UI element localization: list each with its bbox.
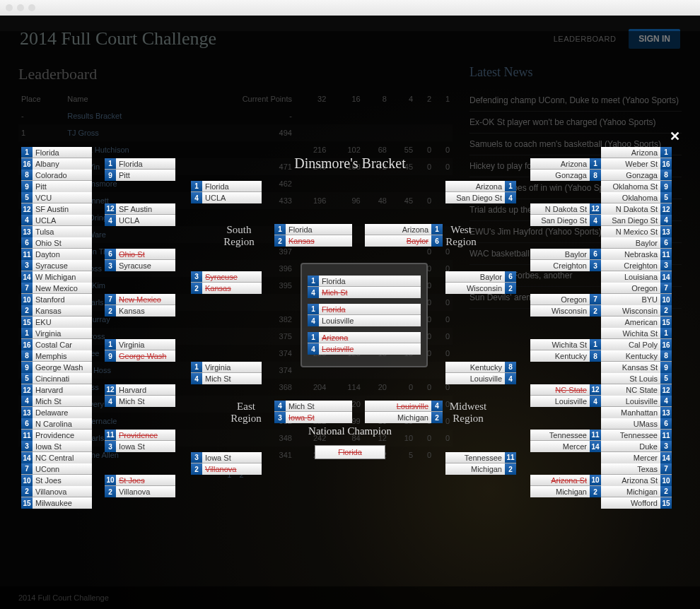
bracket-match[interactable]: 3Syracuse14W Michigan <box>21 260 92 283</box>
champ-label: National Champion <box>308 425 392 437</box>
bracket-match[interactable]: 6Ohio St11Dayton <box>21 237 92 260</box>
champ-pick[interactable]: Florida <box>315 445 385 459</box>
bracket-match[interactable]: 1Florida16Albany <box>21 147 92 170</box>
window-max-dot[interactable] <box>28 4 35 11</box>
bracket-match[interactable]: 1Virginia4Mich St <box>191 362 262 384</box>
bracket-match[interactable]: 7UConn10St Joes <box>21 463 92 486</box>
final-four-box: 1Florida4Mich St1Florida4Louisville1Ariz… <box>301 263 428 367</box>
bracket-match[interactable]: 1Virginia9George Wash <box>105 339 175 362</box>
bracket-match[interactable]: 8Gonzaga9Oklahoma St <box>601 170 672 192</box>
bracket-match[interactable]: 8Kentucky9Kansas St <box>601 350 672 373</box>
bracket-match[interactable]: 6UMass11Tennessee <box>601 418 672 441</box>
bracket-match[interactable]: 6Baylor3Creighton <box>530 249 601 271</box>
window-min-dot[interactable] <box>17 4 24 11</box>
bracket-match[interactable]: 12SF Austin4UCLA <box>105 203 175 226</box>
bracket-match[interactable]: 3Duke14Mercer <box>601 441 672 463</box>
region-label-midwest: MidwestRegion <box>440 401 496 425</box>
bracket-match[interactable]: 7New Mexico10Stanford <box>21 283 92 305</box>
window-chrome <box>0 0 700 16</box>
bracket-match[interactable]: 6N Carolina11Providence <box>21 418 92 441</box>
bracket-match[interactable]: 4UCLA13Tulsa <box>21 215 92 237</box>
bracket-match[interactable]: 12N Dakota St4San Diego St <box>530 203 601 226</box>
bracket-match[interactable]: 1Wichita St16Cal Poly <box>601 328 672 350</box>
bracket-match[interactable]: 4San Diego St13N Mexico St <box>601 215 672 237</box>
bracket-match[interactable]: 1Wichita St8Kentucky <box>530 339 601 362</box>
bracket-match[interactable]: 5Cincinnati12Harvard <box>21 373 92 396</box>
final-four-match[interactable]: 1Florida4Mich St <box>308 276 421 298</box>
bracket-match[interactable]: 1Florida4UCLA <box>191 181 262 203</box>
bracket-match[interactable]: 10Arizona St2Michigan <box>530 475 601 497</box>
bracket-match[interactable]: 1Virginia16Costal Car <box>21 328 92 350</box>
bracket-match[interactable]: 2Villanova15Milwaukee <box>21 486 92 509</box>
bracket-match[interactable]: 1Arizona16Weber St <box>601 147 672 170</box>
bracket-match[interactable]: 3Iowa St2Villanova <box>191 452 262 475</box>
bracket-match[interactable]: 5VCU12SF Austin <box>21 192 92 215</box>
bracket-match[interactable]: 12Harvard4Mich St <box>105 384 175 407</box>
bracket-match[interactable]: 1Arizona6Baylor <box>365 224 443 247</box>
bracket-match[interactable]: 4Louisville2Michigan <box>365 401 443 423</box>
bracket-match[interactable]: 6Baylor2Wisconsin <box>445 271 516 294</box>
bracket-match[interactable]: 3Iowa St14NC Central <box>21 441 92 463</box>
bracket-match[interactable]: 7New Mexico2Kansas <box>105 294 175 317</box>
bracket-match[interactable]: 10St Joes2Villanova <box>105 475 175 497</box>
bracket-match[interactable]: 2Michigan15Wofford <box>601 486 672 509</box>
final-four-match[interactable]: 1Arizona4Louisville <box>308 332 421 355</box>
bracket-match[interactable]: 4Louisville13Manhattan <box>601 396 672 418</box>
bracket-match[interactable]: 7Texas10Arizona St <box>601 463 672 486</box>
region-label-east: EastRegion <box>218 401 274 425</box>
bracket-match[interactable]: 7Oregon2Wisconsin <box>530 294 601 317</box>
bracket-match[interactable]: 1Arizona4San Diego St <box>445 181 516 203</box>
window-close-dot[interactable] <box>6 4 13 11</box>
bracket-match[interactable]: 6Baylor11Nebraska <box>601 237 672 260</box>
bracket-title: Dinsmore's Bracket <box>294 155 405 172</box>
bracket-match[interactable]: 5Oklahoma12N Dakota St <box>601 192 672 215</box>
close-icon[interactable]: ✕ <box>670 129 680 144</box>
bracket-match[interactable]: 12NC State4Louisville <box>530 384 601 407</box>
bracket-match[interactable]: 3Creighton14Louisiana <box>601 260 672 283</box>
bracket-match[interactable]: 1Arizona8Gonzaga <box>530 158 601 181</box>
bracket-match[interactable]: 4Mich St3Iowa St <box>274 401 352 423</box>
bracket-match[interactable]: 8Kentucky4Louisville <box>445 362 516 384</box>
bracket-match[interactable]: 4Mich St13Delaware <box>21 396 92 418</box>
bracket-match[interactable]: 3Syracuse2Kansas <box>191 271 262 294</box>
final-four-match[interactable]: 1Florida4Louisville <box>308 304 421 326</box>
bracket-match[interactable]: 2Kansas15EKU <box>21 305 92 328</box>
bracket-match[interactable]: 8Colorado9Pitt <box>21 170 92 192</box>
bracket-match[interactable]: 11Providence3Iowa St <box>105 430 175 452</box>
bracket-match[interactable]: 11Tennessee2Michigan <box>445 452 516 475</box>
bracket-match[interactable]: 8Memphis9George Wash <box>21 350 92 373</box>
bracket-match[interactable]: 11Tennessee14Mercer <box>530 430 601 452</box>
bracket-modal: Dinsmore's Bracket SouthRegion EastRegio… <box>21 143 679 609</box>
region-label-south: SouthRegion <box>211 224 267 248</box>
bracket-match[interactable]: 6Ohio St3Syracuse <box>105 249 175 271</box>
bracket-match[interactable]: 1Florida9Pitt <box>105 158 175 181</box>
bracket-match[interactable]: 7Oregon10BYU <box>601 283 672 305</box>
bracket-match[interactable]: 2Wisconsin15American <box>601 305 672 328</box>
bracket-match[interactable]: 1Florida2Kansas <box>274 224 352 247</box>
bracket-match[interactable]: 5St Louis12NC State <box>601 373 672 396</box>
